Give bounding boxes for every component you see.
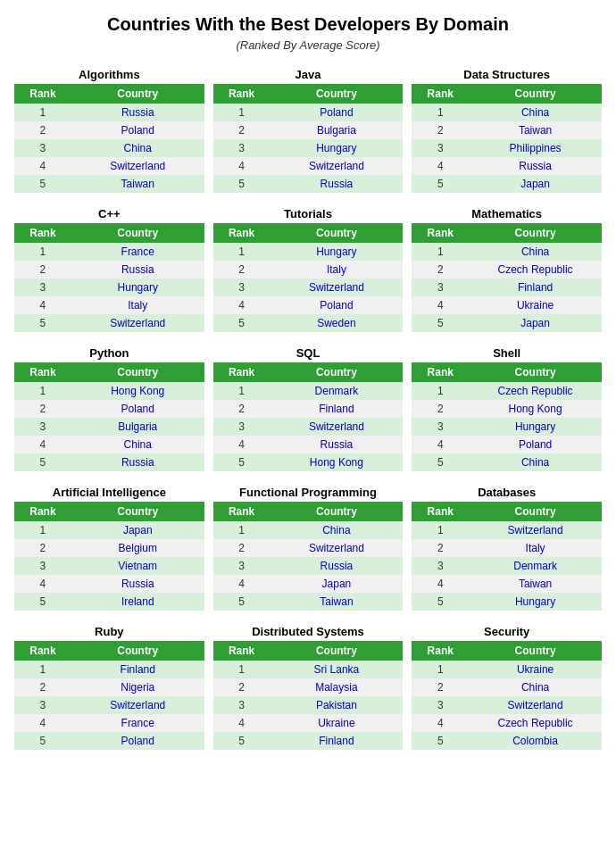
rank-cell: 4	[14, 714, 71, 732]
country-cell: Ireland	[71, 593, 204, 611]
table-row: 3Switzerland	[14, 696, 204, 714]
rank-cell: 5	[213, 175, 271, 193]
country-header: Country	[469, 502, 602, 521]
country-header: Country	[469, 641, 602, 661]
table-row: 1Russia	[14, 104, 204, 121]
domain-table-distributed-systems: Distributed SystemsRankCountry1Sri Lanka…	[213, 625, 404, 750]
table-row: 4Poland	[213, 296, 404, 314]
country-cell: Finland	[469, 279, 602, 296]
rank-cell: 3	[412, 557, 469, 575]
rank-cell: 3	[14, 139, 71, 157]
country-header: Country	[270, 84, 403, 104]
table-row: 2Bulgaria	[213, 121, 404, 139]
country-cell: Russia	[71, 261, 204, 279]
country-cell: Bulgaria	[71, 418, 204, 436]
table-row: 1Denmark	[213, 382, 404, 400]
table-title: Algorithms	[14, 68, 204, 81]
country-header: Country	[270, 223, 403, 243]
table-row: 4Switzerland	[14, 157, 204, 175]
table-row: 2Nigeria	[14, 678, 204, 696]
country-cell: Czech Republic	[469, 261, 602, 279]
table-title: C++	[14, 207, 204, 220]
table-row: 4Taiwan	[412, 575, 602, 593]
table-row: 2Italy	[412, 539, 602, 557]
country-cell: Switzerland	[71, 157, 204, 175]
rank-cell: 3	[14, 279, 71, 296]
country-cell: Hungary	[469, 418, 602, 436]
rank-cell: 4	[412, 714, 469, 732]
table-row: 3Switzerland	[412, 696, 602, 714]
rank-header: Rank	[14, 223, 71, 243]
table-title: Java	[213, 68, 404, 81]
table-row: 5Hong Kong	[213, 453, 404, 471]
table-row: 5Ireland	[14, 593, 204, 611]
domain-table-data-structures: Data StructuresRankCountry1China2Taiwan3…	[412, 68, 602, 193]
table-title: Distributed Systems	[213, 625, 404, 638]
country-cell: Belgium	[71, 539, 204, 557]
rank-header: Rank	[412, 223, 469, 243]
domain-table-python: PythonRankCountry1Hong Kong2Poland3Bulga…	[14, 346, 204, 471]
rank-header: Rank	[213, 362, 271, 382]
rank-cell: 2	[14, 400, 71, 418]
table-row: 2Italy	[213, 261, 404, 279]
rank-cell: 1	[14, 382, 71, 400]
country-cell: Nigeria	[71, 678, 204, 696]
country-cell: Japan	[469, 175, 602, 193]
rank-header: Rank	[412, 362, 469, 382]
country-cell: Japan	[71, 521, 204, 539]
country-cell: Hong Kong	[270, 453, 403, 471]
table-row: 2Poland	[14, 121, 204, 139]
country-header: Country	[270, 362, 403, 382]
rank-cell: 1	[213, 661, 271, 678]
rank-cell: 1	[412, 243, 469, 261]
country-cell: Poland	[270, 104, 403, 121]
ranking-table: RankCountry1Russia2Poland3China4Switzerl…	[14, 84, 204, 193]
country-cell: Hungary	[270, 139, 403, 157]
country-cell: China	[469, 243, 602, 261]
table-row: 3Bulgaria	[14, 418, 204, 436]
rank-cell: 4	[14, 157, 71, 175]
table-row: 1Hungary	[213, 243, 404, 261]
country-cell: Switzerland	[71, 314, 204, 332]
rank-cell: 2	[14, 678, 71, 696]
table-row: 2Russia	[14, 261, 204, 279]
country-cell: China	[469, 678, 602, 696]
rank-header: Rank	[412, 84, 469, 104]
country-cell: Czech Republic	[469, 382, 602, 400]
country-cell: Ukraine	[469, 661, 602, 678]
ranking-table: RankCountry1Czech Republic2Hong Kong3Hun…	[412, 362, 602, 471]
rank-cell: 1	[213, 243, 271, 261]
table-row: 1China	[412, 104, 602, 121]
table-row: 5Japan	[412, 314, 602, 332]
country-cell: Denmark	[270, 382, 403, 400]
country-cell: Taiwan	[469, 121, 602, 139]
country-cell: France	[71, 243, 204, 261]
rank-cell: 1	[412, 382, 469, 400]
rank-header: Rank	[213, 84, 271, 104]
rank-cell: 2	[213, 400, 271, 418]
country-cell: China	[469, 453, 602, 471]
domain-table-sql: SQLRankCountry1Denmark2Finland3Switzerla…	[213, 346, 404, 471]
country-header: Country	[270, 641, 403, 661]
rank-cell: 2	[213, 121, 271, 139]
table-row: 5Hungary	[412, 593, 602, 611]
table-row: 2Belgium	[14, 539, 204, 557]
country-cell: Poland	[71, 121, 204, 139]
domain-table-security: SecurityRankCountry1Ukraine2China3Switze…	[412, 625, 602, 750]
country-cell: Taiwan	[270, 593, 403, 611]
rank-cell: 4	[213, 575, 271, 593]
country-cell: Finland	[71, 661, 204, 678]
country-header: Country	[270, 502, 403, 521]
ranking-table: RankCountry1Poland2Bulgaria3Hungary4Swit…	[213, 84, 404, 193]
country-cell: Sweden	[270, 314, 403, 332]
rank-cell: 5	[14, 593, 71, 611]
domain-table-databases: DatabasesRankCountry1Switzerland2Italy3D…	[412, 486, 602, 611]
country-cell: Italy	[469, 539, 602, 557]
rank-cell: 3	[14, 418, 71, 436]
country-header: Country	[71, 641, 204, 661]
table-row: 5Poland	[14, 732, 204, 750]
rank-cell: 5	[412, 453, 469, 471]
rank-cell: 2	[412, 261, 469, 279]
country-cell: Ukraine	[469, 296, 602, 314]
table-row: 3Pakistan	[213, 696, 404, 714]
